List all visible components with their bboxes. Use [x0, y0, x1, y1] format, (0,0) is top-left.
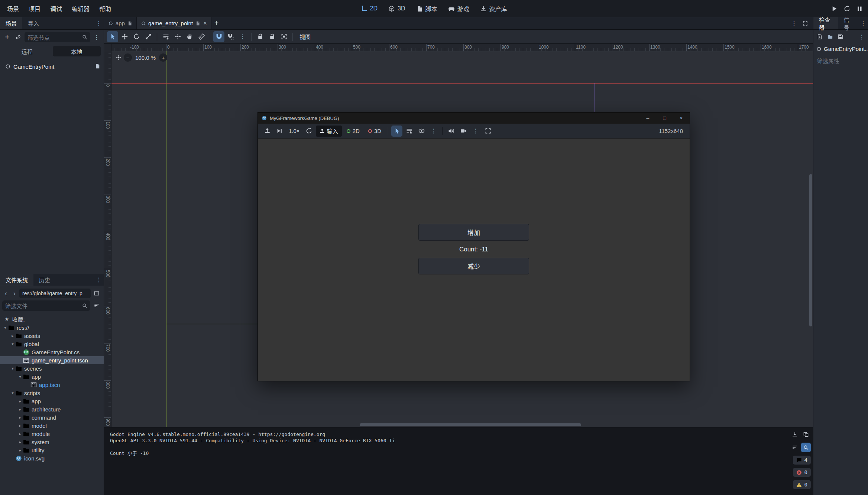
filter-files-input[interactable]: 筛选文件	[2, 300, 90, 311]
play-button[interactable]	[829, 3, 840, 14]
tab-import[interactable]: 导入	[22, 17, 45, 29]
select-mode-button[interactable]	[391, 126, 402, 137]
move-tool-button[interactable]	[119, 31, 130, 42]
grid-snap-button[interactable]	[225, 31, 236, 42]
vertical-scrollbar[interactable]	[809, 174, 812, 326]
expand-viewport-button[interactable]	[800, 19, 810, 28]
file-tree-item[interactable]: ▾scripts	[0, 389, 104, 397]
file-tree-item[interactable]: ▸system	[0, 438, 104, 446]
save-log-button[interactable]	[790, 430, 800, 439]
file-tree-item[interactable]: game_entry_point.tscn	[0, 356, 104, 364]
attached-script-button[interactable]	[95, 63, 100, 70]
ruler-tool-button[interactable]	[196, 31, 207, 42]
file-tree-item[interactable]: ▸utility	[0, 446, 104, 454]
game-viewport[interactable]: 增加 Count: -11 减少	[258, 139, 690, 381]
file-tree-item[interactable]: ▸app	[0, 397, 104, 405]
scene-tab-app[interactable]: app	[104, 17, 137, 29]
camera-override-button[interactable]	[458, 126, 469, 137]
nav-forward-button[interactable]: ›	[11, 289, 18, 298]
favorites-row[interactable]: ★ 收藏:	[0, 315, 104, 323]
tab-scene[interactable]: 场景	[0, 17, 22, 29]
2d-viewport[interactable]: -100010020030040050060070080090010001100…	[104, 44, 813, 427]
toggle-visibility-button[interactable]	[416, 126, 427, 137]
instance-scene-button[interactable]	[13, 32, 23, 42]
unlock-selected-button[interactable]	[266, 31, 278, 42]
file-tree-item[interactable]: ▾scenes	[0, 364, 104, 372]
input-mode-button[interactable]: 输入	[316, 126, 342, 137]
menubar-item[interactable]: 项目	[24, 0, 45, 17]
scale-tool-button[interactable]	[143, 31, 154, 42]
minimize-button[interactable]: –	[639, 113, 656, 124]
maximize-button[interactable]: □	[656, 113, 673, 124]
select-tool-button[interactable]	[107, 31, 118, 42]
camera-options-menu-icon[interactable]: ⋮	[470, 126, 481, 137]
group-selected-button[interactable]	[278, 31, 289, 42]
canvas-content[interactable]: − 100.0 % + MyGFrameworkGame (DEBUG) – □…	[111, 51, 813, 427]
zoom-out-button[interactable]: −	[124, 53, 132, 62]
current-path-field[interactable]: res://global/game_entry_p	[19, 289, 91, 298]
file-tree-item[interactable]: ▸command	[0, 413, 104, 421]
close-button[interactable]: ×	[673, 113, 690, 124]
file-tree-item[interactable]: ▾global	[0, 340, 104, 348]
increase-button[interactable]: 增加	[418, 224, 529, 241]
workspace-3d[interactable]: 3D	[385, 3, 409, 14]
menubar-item[interactable]: 帮助	[94, 0, 116, 17]
restart-button[interactable]	[841, 3, 852, 14]
warnings-filter-badge[interactable]: 0	[793, 480, 811, 489]
scene-tree-menu-icon[interactable]: ⋮	[92, 32, 101, 42]
game-window-titlebar[interactable]: MyGFrameworkGame (DEBUG) – □ ×	[258, 113, 690, 124]
pivot-tool-button[interactable]	[172, 31, 183, 42]
zoom-level[interactable]: 100.0 %	[135, 55, 156, 61]
tab-history[interactable]: 历史	[33, 274, 56, 286]
scene-tree-root-node[interactable]: GameEntryPoint	[0, 61, 104, 72]
mute-audio-button[interactable]	[446, 126, 457, 137]
view-menu-button[interactable]: 视图	[296, 33, 314, 40]
scene-tabs-menu-icon[interactable]: ⋮	[789, 19, 799, 28]
filter-nodes-input[interactable]: 筛选节点	[25, 32, 90, 42]
pause-button[interactable]	[854, 3, 865, 14]
workspace-script[interactable]: 脚本	[412, 3, 441, 14]
file-tree-item[interactable]: GameEntryPoint.cs	[0, 348, 104, 356]
add-node-button[interactable]: +	[2, 32, 12, 42]
lock-selected-button[interactable]	[255, 31, 266, 42]
nav-back-button[interactable]: ‹	[2, 289, 10, 298]
file-tree-item[interactable]: ▸assets	[0, 332, 104, 340]
list-select-mode-button[interactable]	[404, 126, 415, 137]
file-tree-item[interactable]: ▾res://	[0, 323, 104, 332]
workspace-game[interactable]: 游戏	[444, 3, 473, 14]
messages-filter-badge[interactable]: 4	[793, 456, 811, 465]
filesystem-dock-menu-icon[interactable]: ⋮	[94, 275, 104, 285]
file-tree-item[interactable]: app.tscn	[0, 381, 104, 389]
rotate-tool-button[interactable]	[131, 31, 142, 42]
horizontal-scrollbar[interactable]	[360, 423, 581, 426]
smart-snap-button[interactable]	[213, 31, 224, 42]
menubar-item[interactable]: 场景	[2, 0, 24, 17]
remote-button[interactable]: 远程	[3, 46, 51, 56]
file-tree-item[interactable]: ▾app	[0, 372, 104, 381]
pick-3d-button[interactable]: 3D	[365, 126, 385, 137]
file-tree-item[interactable]: ▸model	[0, 421, 104, 430]
workspace-2d[interactable]: 2D	[357, 3, 382, 14]
close-tab-icon[interactable]: ×	[203, 20, 207, 27]
inspector-menu-icon[interactable]: ⋮	[857, 32, 867, 42]
collapse-duplicates-button[interactable]	[790, 443, 800, 452]
file-tree-item[interactable]: icon.svg	[0, 454, 104, 462]
selection-options-menu-icon[interactable]: ⋮	[428, 126, 439, 137]
zoom-in-button[interactable]: +	[159, 53, 167, 62]
split-view-button[interactable]	[92, 289, 101, 298]
center-view-icon[interactable]	[116, 55, 121, 60]
scene-tab-game-entry-point[interactable]: game_entry_point ×	[137, 17, 211, 29]
sort-files-button[interactable]	[92, 301, 101, 310]
reset-speed-button[interactable]	[304, 126, 315, 137]
inspected-node-row[interactable]: GameEntryPoint...	[813, 44, 868, 54]
local-button[interactable]: 本地	[53, 46, 101, 56]
embed-fullscreen-button[interactable]	[482, 126, 493, 137]
copy-log-button[interactable]	[801, 430, 811, 439]
file-tree-item[interactable]: ▸architecture	[0, 405, 104, 413]
tab-filesystem[interactable]: 文件系统	[0, 274, 33, 286]
load-resource-button[interactable]	[825, 32, 835, 42]
search-log-button[interactable]	[801, 443, 811, 452]
tab-signals[interactable]: 信号	[838, 17, 858, 29]
workspace-assetlib[interactable]: 资产库	[476, 3, 511, 14]
next-frame-button[interactable]	[274, 126, 285, 137]
